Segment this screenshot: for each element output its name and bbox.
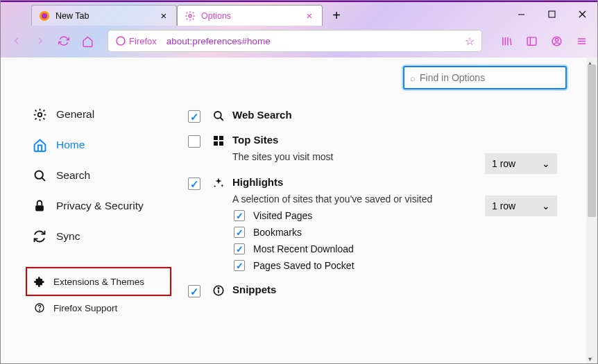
svg-rect-4	[549, 11, 555, 17]
chevron-down-icon: ⌄	[542, 158, 550, 169]
urlbar-url: about:preferences#home	[166, 36, 465, 46]
svg-rect-26	[219, 141, 223, 146]
search-input[interactable]	[420, 72, 560, 83]
sub-option: Pages Saved to Pocket	[234, 260, 556, 271]
firefox-shield-icon	[115, 35, 126, 46]
svg-rect-24	[219, 136, 223, 140]
close-icon[interactable]: ×	[158, 10, 169, 21]
window-controls	[506, 5, 597, 23]
svg-point-29	[218, 288, 219, 289]
magnifier-icon	[212, 109, 225, 123]
sidebar-item-extensions[interactable]: Extensions & Themes	[31, 270, 166, 293]
minimize-button[interactable]	[506, 5, 536, 23]
option-label: Top Sites	[232, 134, 556, 146]
sidebar-item-label: General	[56, 108, 94, 121]
tab-new-tab[interactable]: New Tab ×	[31, 5, 177, 26]
svg-rect-25	[214, 141, 218, 146]
chevron-down-icon: ⌄	[542, 200, 550, 211]
svg-point-15	[37, 112, 42, 116]
puzzle-icon	[33, 275, 46, 288]
svg-line-22	[221, 118, 223, 121]
sidebar-item-label: Sync	[56, 230, 80, 243]
sub-label: Visited Pages	[253, 210, 312, 221]
close-icon[interactable]: ×	[304, 10, 315, 21]
maximize-button[interactable]	[536, 5, 567, 23]
sidebar-item-home[interactable]: Home	[31, 130, 167, 160]
sidebar-item-general[interactable]: General	[31, 99, 167, 130]
svg-point-7	[117, 37, 125, 45]
option-label: Snippets	[232, 284, 556, 295]
forward-button[interactable]	[30, 31, 51, 51]
find-in-options[interactable]: ⌕	[403, 66, 567, 89]
back-button[interactable]	[6, 31, 27, 51]
home-icon	[31, 137, 48, 153]
account-button[interactable]	[546, 31, 567, 51]
checkbox-web-search[interactable]	[188, 110, 200, 123]
sidebar-footer: Extensions & Themes Firefox Support	[31, 267, 167, 320]
checkbox-visited-pages[interactable]	[234, 210, 245, 221]
option-highlights: Highlights A selection of sites that you…	[188, 176, 556, 205]
svg-point-20	[39, 310, 40, 311]
sidebar-button[interactable]	[521, 31, 542, 51]
sidebar-item-support[interactable]: Firefox Support	[31, 296, 167, 320]
checkbox-top-sites[interactable]	[188, 135, 200, 148]
svg-point-16	[35, 171, 42, 178]
sub-label: Bookmarks	[253, 227, 302, 238]
sidebar-item-search[interactable]: Search	[31, 160, 167, 191]
sidebar-item-sync[interactable]: Sync	[31, 221, 167, 252]
option-top-sites: Top Sites The sites you visit most 1 row…	[188, 134, 556, 162]
option-web-search: Web Search	[188, 109, 556, 123]
svg-point-2	[189, 15, 191, 17]
home-button[interactable]	[77, 31, 98, 51]
tab-label: New Tab	[55, 11, 158, 21]
grid-icon	[212, 134, 225, 148]
sub-label: Pages Saved to Pocket	[253, 260, 354, 271]
reload-button[interactable]	[53, 31, 74, 51]
library-button[interactable]	[496, 31, 517, 51]
close-window-button[interactable]	[567, 5, 597, 23]
preferences-main: ⌕ Web Search Top Sites The sites you vis…	[181, 58, 597, 364]
svg-point-21	[214, 112, 221, 119]
urlbar-identity: Firefox	[129, 36, 157, 46]
sidebar-item-privacy[interactable]: Privacy & Security	[31, 191, 167, 221]
sidebar-item-label: Home	[56, 139, 85, 151]
sidebar-item-label: Firefox Support	[53, 303, 117, 313]
checkbox-snippets[interactable]	[188, 285, 200, 297]
help-icon	[33, 301, 46, 315]
bookmark-star-icon[interactable]: ☆	[465, 35, 475, 48]
vertical-scrollbar[interactable]: ▴ ▾	[586, 58, 597, 364]
tab-options[interactable]: Options ×	[177, 5, 323, 26]
preferences-page: General Home Search Privacy & Security S…	[1, 58, 597, 364]
sub-option: Bookmarks	[234, 227, 556, 238]
magnifier-icon: ⌕	[410, 73, 416, 83]
checkbox-highlights[interactable]	[188, 177, 200, 190]
sidebar-item-label: Privacy & Security	[56, 200, 144, 212]
gear-icon	[31, 106, 48, 123]
tab-label: Options	[201, 11, 304, 21]
svg-point-11	[555, 38, 558, 41]
firefox-logo-icon	[39, 10, 50, 21]
select-top-sites-rows[interactable]: 1 row ⌄	[485, 153, 557, 174]
select-value: 1 row	[492, 158, 515, 169]
sync-icon	[31, 228, 48, 245]
url-bar[interactable]: Firefox about:preferences#home ☆	[108, 30, 482, 52]
preferences-sidebar: General Home Search Privacy & Security S…	[1, 58, 181, 364]
menu-button[interactable]	[571, 31, 592, 51]
sub-label: Most Recent Download	[253, 243, 354, 254]
nav-toolbar: Firefox about:preferences#home ☆	[1, 26, 597, 56]
select-highlights-rows[interactable]: 1 row ⌄	[485, 196, 557, 216]
sparkle-icon	[212, 176, 225, 190]
select-value: 1 row	[492, 200, 515, 211]
checkbox-bookmarks[interactable]	[234, 227, 245, 238]
svg-rect-8	[527, 37, 536, 44]
option-label: Highlights	[232, 176, 556, 188]
option-label: Web Search	[232, 109, 556, 121]
new-tab-button[interactable]: +	[325, 5, 348, 26]
highlights-sub-options: Visited Pages Bookmarks Most Recent Down…	[188, 210, 556, 271]
sidebar-item-label: Extensions & Themes	[53, 277, 144, 287]
checkbox-recent-download[interactable]	[234, 243, 245, 254]
option-snippets: Snippets	[188, 284, 556, 297]
svg-rect-23	[214, 136, 218, 140]
checkbox-pocket[interactable]	[234, 260, 245, 271]
scrollbar-thumb[interactable]	[588, 64, 596, 217]
